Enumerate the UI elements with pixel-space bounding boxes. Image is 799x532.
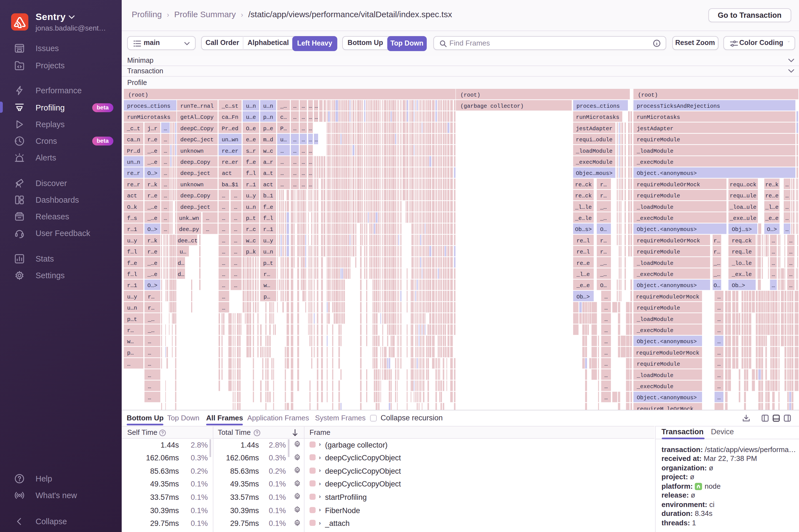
svg-text:a…r: a…r (263, 159, 273, 165)
svg-text:…: … (604, 327, 608, 334)
svg-text:requ…ule: requ…ule (730, 192, 757, 199)
svg-text:u…n: u…n (263, 248, 273, 255)
svg-text:_lo…le: _lo…le (731, 260, 752, 266)
svg-text:…: … (293, 148, 296, 154)
svg-text:Ob…>: Ob…> (576, 293, 590, 300)
svg-text:j…r: j…r (147, 125, 157, 132)
svg-text:u…y: u…y (127, 238, 137, 244)
svg-text:m…d: m…d (263, 136, 273, 143)
svg-text:…: … (206, 215, 209, 221)
svg-text:_loadModule: _loadModule (636, 372, 673, 378)
svg-text:deep…ject: deep…ject (180, 204, 210, 210)
svg-text:…: … (164, 192, 167, 199)
svg-text:O…>: O…> (147, 226, 157, 232)
svg-text:re…er: re…er (222, 159, 238, 165)
svg-text:p…: p… (127, 349, 134, 356)
svg-text:…: … (293, 136, 296, 143)
svg-text:r…: r… (600, 248, 607, 255)
svg-text:…: … (164, 215, 167, 221)
svg-text:…: … (717, 327, 721, 334)
svg-text:r…: r… (600, 238, 607, 244)
svg-text:…: … (164, 136, 167, 143)
svg-text:…: … (785, 204, 789, 210)
svg-text:…: … (717, 383, 721, 390)
svg-text:_l…e: _l…e (576, 271, 590, 278)
svg-text:r…: r… (600, 192, 607, 199)
svg-text:u…n: u…n (263, 103, 273, 109)
svg-text:(root): (root) (460, 92, 480, 98)
svg-text:u…y: u…y (127, 293, 137, 300)
svg-text:_…e: _…e (147, 204, 157, 210)
svg-text:_loadModule: _loadModule (636, 204, 673, 210)
svg-text:r…: r… (127, 327, 134, 334)
svg-text:…: … (604, 349, 608, 356)
svg-text:f…l: f…l (127, 271, 137, 278)
svg-text:(garbage collector): (garbage collector) (460, 103, 524, 109)
svg-text:Pr…d: Pr…d (127, 148, 140, 154)
svg-text:_e…e: _e…e (765, 215, 778, 221)
svg-text:_…: _… (600, 215, 607, 221)
svg-text:b…1: b…1 (263, 192, 273, 199)
svg-text:_…: _… (713, 260, 720, 266)
svg-text:unk…wn: unk…wn (179, 215, 199, 221)
svg-text:getAl…Copy: getAl…Copy (180, 114, 213, 120)
svg-text:_exe…ule: _exe…ule (729, 215, 757, 221)
svg-text:…: … (206, 226, 209, 232)
svg-text:deep…Copy: deep…Copy (180, 159, 210, 165)
svg-text:deepC…Copy: deepC…Copy (180, 125, 213, 132)
svg-text:_e…le: _e…le (575, 215, 592, 221)
svg-text:…: … (222, 192, 225, 199)
svg-text:_loadModule: _loadModule (576, 148, 613, 154)
svg-text:deep…ject: deep…ject (180, 170, 210, 176)
svg-text:…: … (785, 181, 789, 188)
svg-text:…: … (309, 159, 312, 165)
svg-text:…: … (604, 316, 608, 322)
svg-text:…: … (604, 372, 608, 378)
svg-text:…: … (604, 293, 608, 300)
svg-text:…: … (148, 372, 151, 378)
svg-text:_…e: _…e (147, 159, 157, 165)
svg-text:_execModule: _execModule (636, 327, 673, 334)
svg-text:requireModuleOrMock: requireModuleOrMock (636, 293, 699, 300)
svg-text:…: … (293, 125, 296, 132)
svg-text:…: … (164, 181, 167, 188)
svg-text:…: … (281, 159, 284, 165)
svg-text:r…1: r…1 (246, 181, 256, 188)
svg-text:…: … (148, 349, 151, 356)
svg-text:…: … (717, 338, 721, 345)
svg-text:r…1: r…1 (263, 226, 273, 232)
svg-text:requireModuleOrMock: requireModuleOrMock (637, 238, 700, 244)
svg-text:f…s: f…s (127, 215, 137, 221)
svg-text:…: … (293, 170, 296, 176)
svg-text:act: act (127, 192, 137, 199)
svg-text:f…e: f…e (246, 159, 256, 165)
svg-text:…: … (717, 372, 721, 378)
svg-text:…: … (315, 114, 318, 120)
svg-text:p…t: p…t (246, 215, 256, 221)
svg-text:…: … (772, 238, 775, 244)
svg-text:…: … (234, 260, 237, 266)
svg-text:requireModuleOrMock: requireModuleOrMock (636, 349, 699, 356)
svg-text:d…: d… (178, 260, 184, 266)
svg-text:O…e: O…e (246, 125, 256, 132)
svg-text:…: … (234, 215, 237, 221)
svg-text:O…>: O…> (147, 170, 157, 176)
svg-text:Objec…mous>: Objec…mous> (576, 170, 613, 176)
svg-text:re…l: re…l (576, 238, 590, 244)
svg-text:req…ck: req…ck (732, 238, 752, 244)
svg-text:re…r: re…r (127, 170, 140, 176)
svg-text:…: … (785, 215, 789, 221)
svg-text:p…e: p…e (263, 125, 273, 132)
svg-text:…: … (302, 170, 305, 176)
svg-text:re…e: re…e (765, 192, 778, 199)
svg-text:…: … (315, 103, 318, 109)
svg-text:…: … (148, 394, 151, 401)
svg-text:O…: O… (600, 226, 607, 232)
svg-text:…: … (789, 238, 792, 244)
svg-text:_…: _… (148, 316, 154, 322)
svg-text:Object.<anonymous>: Object.<anonymous> (637, 338, 697, 345)
svg-text:Object.<anonymous>: Object.<anonymous> (637, 282, 697, 288)
svg-text:…: … (785, 226, 789, 232)
svg-text:runTe…rnal: runTe…rnal (180, 103, 213, 109)
svg-text:Pr…ed: Pr…ed (222, 125, 238, 132)
